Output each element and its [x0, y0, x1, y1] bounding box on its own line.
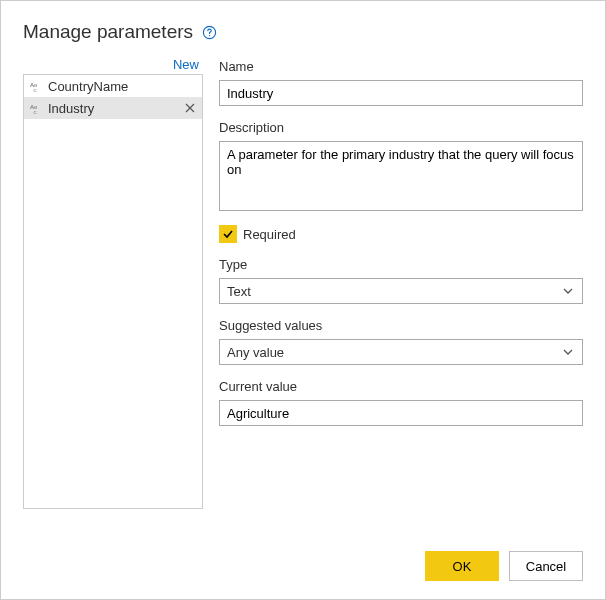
parameter-item-countryname[interactable]: ABC CountryName — [24, 75, 202, 97]
cancel-button[interactable]: Cancel — [509, 551, 583, 581]
parameter-item-industry[interactable]: ABC Industry — [24, 97, 202, 119]
required-row: Required — [219, 225, 583, 243]
svg-point-1 — [208, 34, 209, 35]
chevron-down-icon — [561, 284, 575, 298]
name-label: Name — [219, 59, 583, 74]
dialog-content: New ABC CountryName ABC Industry — [23, 55, 583, 509]
dialog-header: Manage parameters — [23, 21, 583, 43]
text-type-icon: ABC — [28, 78, 44, 94]
svg-text:C: C — [33, 88, 36, 93]
svg-text:B: B — [34, 83, 37, 88]
suggested-values-value: Any value — [227, 345, 284, 360]
help-icon[interactable] — [201, 24, 217, 40]
svg-text:C: C — [33, 110, 36, 115]
name-input[interactable] — [219, 80, 583, 106]
parameter-list: ABC CountryName ABC Industry — [23, 74, 203, 509]
type-label: Type — [219, 257, 583, 272]
text-type-icon: ABC — [28, 100, 44, 116]
dialog-title: Manage parameters — [23, 21, 193, 43]
close-icon[interactable] — [182, 100, 198, 116]
required-checkbox[interactable] — [219, 225, 237, 243]
current-value-input[interactable] — [219, 400, 583, 426]
parameter-list-panel: New ABC CountryName ABC Industry — [23, 55, 203, 509]
required-label: Required — [243, 227, 296, 242]
description-label: Description — [219, 120, 583, 135]
current-value-label: Current value — [219, 379, 583, 394]
parameter-label: CountryName — [48, 79, 198, 94]
new-parameter-link[interactable]: New — [173, 57, 199, 72]
dialog-footer: OK Cancel — [425, 551, 583, 581]
suggested-values-label: Suggested values — [219, 318, 583, 333]
manage-parameters-dialog: Manage parameters New ABC CountryName AB… — [0, 0, 606, 600]
type-select[interactable]: Text — [219, 278, 583, 304]
description-input[interactable]: A parameter for the primary industry tha… — [219, 141, 583, 211]
ok-button[interactable]: OK — [425, 551, 499, 581]
suggested-values-select[interactable]: Any value — [219, 339, 583, 365]
type-value: Text — [227, 284, 251, 299]
new-row: New — [23, 55, 203, 74]
svg-text:B: B — [34, 105, 37, 110]
parameter-label: Industry — [48, 101, 178, 116]
chevron-down-icon — [561, 345, 575, 359]
parameter-form: Name Description A parameter for the pri… — [219, 55, 583, 509]
